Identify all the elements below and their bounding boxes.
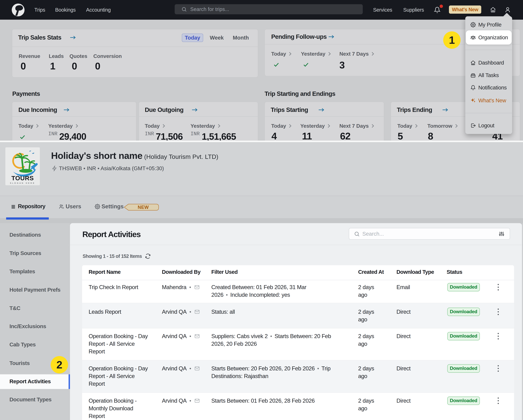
svg-text:SLOGAN HERE: SLOGAN HERE bbox=[10, 182, 35, 184]
svg-text:NEW: NEW bbox=[138, 205, 149, 210]
svg-text:TOURS: TOURS bbox=[11, 175, 34, 182]
